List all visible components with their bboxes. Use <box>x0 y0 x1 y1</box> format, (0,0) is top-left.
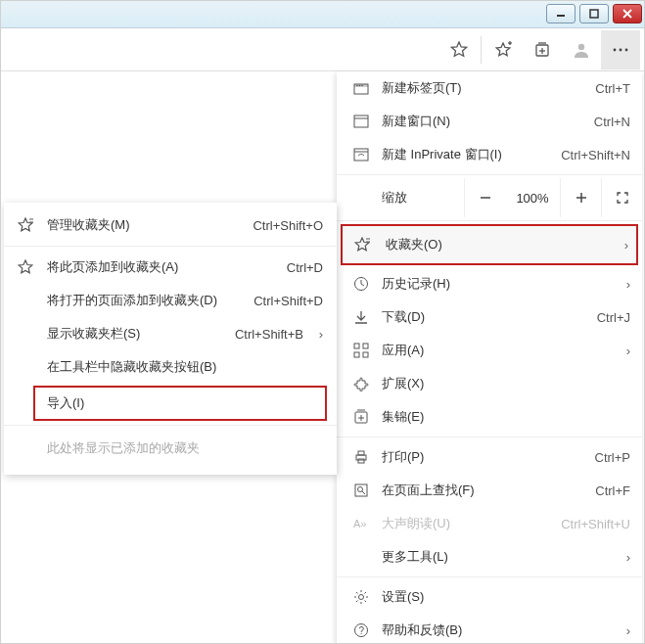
fullscreen-icon <box>616 191 629 205</box>
menu-label: 应用(A) <box>372 342 617 359</box>
chevron-right-icon: › <box>617 550 630 565</box>
submenu-label: 显示收藏夹栏(S) <box>37 325 235 343</box>
menu-label: 帮助和反馈(B) <box>372 621 617 639</box>
menu-collections[interactable]: 集锦(E) <box>337 400 642 434</box>
menu-label: 更多工具(L) <box>372 548 617 566</box>
svg-rect-30 <box>363 344 368 348</box>
chevron-right-icon: › <box>624 238 628 253</box>
menu-label: 设置(S) <box>372 588 630 606</box>
svg-rect-38 <box>358 451 364 455</box>
minus-icon <box>479 191 492 205</box>
menu-print[interactable]: 打印(P) Ctrl+P <box>337 440 642 474</box>
collections-button[interactable] <box>523 30 562 69</box>
profile-icon <box>572 40 591 60</box>
menu-label: 新建标签页(T) <box>372 79 595 97</box>
more-menu-button[interactable] <box>601 30 640 69</box>
new-tab-icon <box>350 81 372 95</box>
chevron-right-icon: › <box>309 327 323 342</box>
menu-extensions[interactable]: 扩展(X) <box>337 367 642 400</box>
menu-settings[interactable]: 设置(S) <box>337 580 642 614</box>
menu-label: 新建 InPrivate 窗口(I) <box>372 146 561 163</box>
plus-icon <box>575 191 588 205</box>
submenu-manage-favorites[interactable]: 管理收藏夹(M) Ctrl+Shift+O <box>4 208 337 242</box>
chevron-right-icon: › <box>617 344 630 358</box>
menu-shortcut: Ctrl+Shift+U <box>561 517 630 531</box>
ellipsis-icon <box>612 41 629 59</box>
menu-new-tab[interactable]: 新建标签页(T) Ctrl+T <box>337 71 642 105</box>
menu-label: 新建窗口(N) <box>372 113 594 130</box>
submenu-import[interactable]: 导入(I) <box>33 386 327 421</box>
menu-label: 扩展(X) <box>372 375 630 392</box>
submenu-label: 将打开的页面添加到收藏夹(D) <box>37 292 253 309</box>
menu-separator <box>337 174 642 175</box>
submenu-hide-fav-button[interactable]: 在工具栏中隐藏收藏夹按钮(B) <box>4 350 337 384</box>
submenu-shortcut: Ctrl+Shift+O <box>253 218 323 233</box>
maximize-button[interactable] <box>579 4 609 23</box>
svg-text:A»: A» <box>353 518 366 529</box>
svg-text:?: ? <box>359 625 365 636</box>
menu-favorites[interactable]: 收藏夹(O) › <box>341 224 638 265</box>
browser-toolbar <box>1 28 644 71</box>
close-icon <box>622 9 632 19</box>
find-icon <box>350 483 372 498</box>
submenu-add-page[interactable]: 将此页添加到收藏夹(A) Ctrl+D <box>4 251 337 284</box>
menu-read-aloud: A» 大声朗读(U) Ctrl+Shift+U <box>337 507 642 540</box>
toolbar-separator <box>481 36 482 64</box>
zoom-out-button[interactable] <box>464 178 505 217</box>
menu-shortcut: Ctrl+P <box>595 450 630 465</box>
svg-point-16 <box>356 85 358 87</box>
menu-downloads[interactable]: 下载(D) Ctrl+J <box>337 300 642 334</box>
fullscreen-button[interactable] <box>601 178 642 217</box>
menu-more-tools[interactable]: 更多工具(L) › <box>337 540 642 574</box>
minimize-icon <box>556 9 566 19</box>
zoom-in-button[interactable] <box>560 178 601 217</box>
svg-rect-15 <box>354 84 368 87</box>
menu-apps[interactable]: 应用(A) › <box>337 334 642 367</box>
svg-point-18 <box>361 85 363 87</box>
submenu-separator <box>4 246 337 247</box>
submenu-show-bar[interactable]: 显示收藏夹栏(S) Ctrl+Shift+B › <box>4 317 337 350</box>
menu-history[interactable]: 历史记录(H) › <box>337 267 642 300</box>
menu-label: 集锦(E) <box>372 408 630 426</box>
apps-icon <box>350 343 372 358</box>
svg-point-44 <box>359 595 364 600</box>
menu-shortcut: Ctrl+N <box>594 115 630 129</box>
svg-rect-29 <box>354 344 359 348</box>
zoom-value: 100% <box>505 191 560 206</box>
submenu-shortcut: Ctrl+Shift+D <box>253 294 323 308</box>
submenu-label: 管理收藏夹(M) <box>37 216 253 234</box>
menu-help[interactable]: ? 帮助和反馈(B) › <box>337 614 642 644</box>
read-aloud-icon: A» <box>350 516 372 531</box>
menu-label: 历史记录(H) <box>372 275 617 293</box>
menu-shortcut: Ctrl+T <box>595 81 630 96</box>
menu-find[interactable]: 在页面上查找(F) Ctrl+F <box>337 474 642 507</box>
menu-label: 大声朗读(U) <box>372 515 561 532</box>
menu-shortcut: Ctrl+F <box>595 483 630 498</box>
more-menu-dropdown: 新建标签页(T) Ctrl+T 新建窗口(N) Ctrl+N 新建 InPriv… <box>337 71 642 644</box>
svg-rect-32 <box>363 352 368 357</box>
star-icon <box>18 259 37 275</box>
minimize-button[interactable] <box>546 4 576 23</box>
favorite-star-button[interactable] <box>439 30 479 69</box>
submenu-add-open-pages[interactable]: 将打开的页面添加到收藏夹(D) Ctrl+Shift+D <box>4 284 337 317</box>
extensions-icon <box>350 376 372 391</box>
svg-point-12 <box>620 48 622 51</box>
menu-zoom-row: 缩放 100% <box>337 178 642 217</box>
chevron-right-icon: › <box>617 623 630 638</box>
collections-icon <box>350 409 372 425</box>
svg-rect-31 <box>354 352 359 357</box>
menu-label: 收藏夹(O) <box>376 236 624 253</box>
close-button[interactable] <box>613 4 642 23</box>
menu-new-inprivate[interactable]: 新建 InPrivate 窗口(I) Ctrl+Shift+N <box>337 138 642 171</box>
inprivate-icon <box>350 148 372 161</box>
profile-button[interactable] <box>562 30 601 69</box>
favorites-hub-button[interactable] <box>484 30 523 69</box>
svg-rect-1 <box>590 10 598 18</box>
menu-separator <box>337 576 642 577</box>
print-icon <box>350 449 372 465</box>
submenu-label: 将此页添加到收藏夹(A) <box>37 258 287 276</box>
submenu-separator <box>4 425 337 426</box>
menu-new-window[interactable]: 新建窗口(N) Ctrl+N <box>337 105 642 138</box>
svg-line-42 <box>362 491 365 494</box>
menu-separator <box>337 220 642 221</box>
